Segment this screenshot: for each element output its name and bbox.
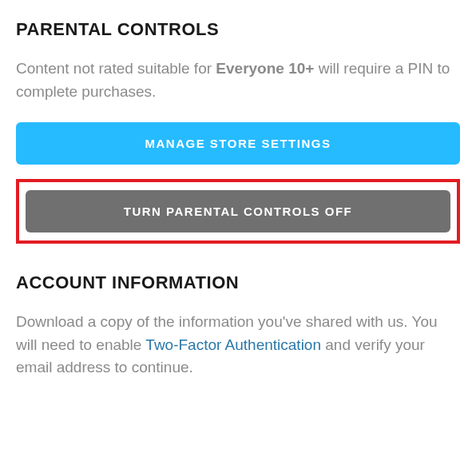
- manage-store-settings-button[interactable]: MANAGE STORE SETTINGS: [16, 122, 460, 165]
- two-factor-auth-link[interactable]: Two-Factor Authentication: [145, 336, 321, 353]
- parental-controls-heading: PARENTAL CONTROLS: [16, 19, 460, 40]
- desc-text-prefix: Content not rated suitable for: [16, 60, 216, 77]
- account-information-description: Download a copy of the information you'v…: [16, 311, 460, 379]
- account-information-heading: ACCOUNT INFORMATION: [16, 272, 460, 293]
- turn-parental-controls-off-button[interactable]: TURN PARENTAL CONTROLS OFF: [26, 190, 450, 232]
- rating-label: Everyone 10+: [216, 60, 314, 77]
- parental-controls-description: Content not rated suitable for Everyone …: [16, 58, 460, 103]
- highlighted-area: TURN PARENTAL CONTROLS OFF: [16, 179, 460, 244]
